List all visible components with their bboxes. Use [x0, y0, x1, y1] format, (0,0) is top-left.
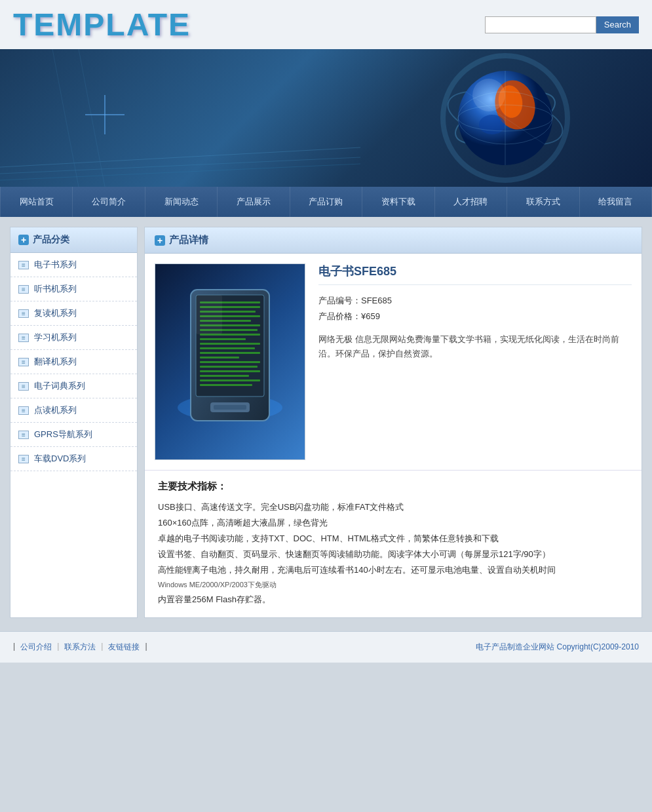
- svg-rect-31: [200, 352, 260, 354]
- content-title-text: 产品详情: [169, 234, 208, 246]
- sidebar-item-dotreader[interactable]: 点读机系列: [10, 398, 137, 423]
- svg-rect-30: [200, 347, 255, 349]
- sidebar-item-learner[interactable]: 学习机系列: [10, 326, 137, 350]
- sidebar-doc-icon-1: [18, 285, 29, 294]
- sidebar-label-5: 电子词典系列: [34, 380, 85, 392]
- svg-rect-28: [200, 338, 246, 340]
- sidebar-item-translator[interactable]: 翻译机系列: [10, 350, 137, 374]
- sidebar-doc-icon-2: [18, 309, 29, 318]
- product-description: 网络无极 信息无限网站免费海量下载文学书籍，实现无纸化阅读，生活在时尚前沿。环保…: [318, 332, 632, 361]
- nav-item-news[interactable]: 新闻动态: [145, 187, 218, 217]
- tech-line-1: 160×160点阵，高清晰超大液晶屏，绿色背光: [158, 515, 628, 531]
- product-price-value: ¥659: [361, 311, 380, 321]
- sidebar-label-6: 点读机系列: [34, 404, 77, 416]
- banner: [0, 49, 652, 187]
- sidebar-title-icon: [18, 235, 29, 245]
- sidebar-item-ebook[interactable]: 电子书系列: [10, 253, 137, 277]
- footer-bracket-open: |: [13, 642, 15, 653]
- svg-rect-32: [200, 357, 239, 358]
- nav-item-about[interactable]: 公司简介: [73, 187, 145, 217]
- sidebar-label-0: 电子书系列: [34, 259, 77, 271]
- tech-line-0: USB接口、高速传送文字。完全USB闪盘功能，标准FAT文件格式: [158, 499, 628, 515]
- tech-specs-content: USB接口、高速传送文字。完全USB闪盘功能，标准FAT文件格式 160×160…: [158, 499, 628, 608]
- sidebar-doc-icon-8: [18, 455, 29, 463]
- svg-rect-34: [200, 366, 258, 368]
- svg-rect-33: [200, 361, 260, 363]
- product-name: 电子书SFE685: [318, 263, 632, 285]
- sidebar-label-4: 翻译机系列: [34, 356, 77, 368]
- header: TEMPLATE Search: [0, 0, 652, 49]
- svg-line-4: [79, 49, 105, 187]
- svg-rect-40: [214, 405, 246, 410]
- sidebar-label-7: GPRS导航系列: [34, 429, 92, 440]
- nav-item-download[interactable]: 资料下载: [362, 187, 434, 217]
- nav-item-order[interactable]: 产品订购: [290, 187, 362, 217]
- sidebar-label-8: 车载DVD系列: [34, 453, 86, 465]
- search-button[interactable]: Search: [596, 16, 639, 33]
- tech-line-5: Windows ME/2000/XP/2003下免驱动: [158, 578, 628, 591]
- footer-sep-0: |: [57, 642, 59, 653]
- main-content: 产品分类 电子书系列 听书机系列 复读机系列 学习机系列 翻译机系列 电子词典系…: [0, 217, 652, 628]
- nav-item-contact[interactable]: 联系方式: [507, 187, 579, 217]
- svg-line-0: [0, 147, 360, 167]
- sidebar-doc-icon-7: [18, 431, 29, 439]
- sidebar-doc-icon-3: [18, 334, 29, 342]
- search-input[interactable]: [485, 16, 596, 33]
- svg-line-1: [0, 157, 360, 174]
- svg-rect-36: [200, 375, 249, 377]
- tech-line-6: 内置容量256M Flash存贮器。: [158, 592, 628, 608]
- svg-rect-38: [200, 384, 252, 386]
- product-code-field: 产品编号：SFE685: [318, 295, 632, 307]
- svg-line-2: [0, 164, 360, 180]
- sidebar-doc-icon-5: [18, 382, 29, 391]
- tech-line-2: 卓越的电子书阅读功能，支持TXT、DOC、HTM、HTML格式文件，简繁体任意转…: [158, 531, 628, 547]
- banner-decoration: [0, 49, 360, 187]
- product-image: [155, 263, 305, 460]
- content-title: 产品详情: [145, 227, 642, 254]
- footer-sep-1: |: [101, 642, 103, 653]
- sidebar-item-edict[interactable]: 电子词典系列: [10, 374, 137, 398]
- sidebar-item-repeater[interactable]: 复读机系列: [10, 301, 137, 326]
- product-price-label: 产品价格：: [318, 311, 361, 321]
- banner-globe-area: [358, 49, 652, 187]
- svg-line-3: [52, 49, 79, 187]
- nav-item-message[interactable]: 给我留言: [580, 187, 652, 217]
- product-detail: 电子书SFE685 产品编号：SFE685 产品价格：¥659 网络无极 信息无…: [145, 254, 642, 471]
- sidebar-doc-icon-4: [18, 358, 29, 366]
- footer-link-contact[interactable]: 联系方法: [64, 642, 96, 653]
- svg-rect-41: [196, 295, 222, 334]
- product-info: 电子书SFE685 产品编号：SFE685 产品价格：¥659 网络无极 信息无…: [318, 263, 632, 460]
- navigation: 网站首页 公司简介 新闻动态 产品展示 产品订购 资料下载 人才招聘 联系方式 …: [0, 187, 652, 217]
- sidebar-label-2: 复读机系列: [34, 307, 77, 319]
- product-price-field: 产品价格：¥659: [318, 311, 632, 322]
- sidebar: 产品分类 电子书系列 听书机系列 复读机系列 学习机系列 翻译机系列 电子词典系…: [10, 227, 138, 618]
- sidebar-title: 产品分类: [10, 227, 137, 253]
- nav-item-products[interactable]: 产品展示: [218, 187, 290, 217]
- sidebar-item-cardoor[interactable]: 车载DVD系列: [10, 447, 137, 471]
- content-title-icon: [155, 235, 165, 246]
- nav-item-recruit[interactable]: 人才招聘: [435, 187, 507, 217]
- svg-rect-37: [200, 379, 260, 381]
- footer-copyright: 电子产品制造企业网站 Copyright(C)2009-2010: [476, 642, 639, 653]
- footer-link-friends[interactable]: 友链链接: [108, 642, 140, 653]
- nav-item-home[interactable]: 网站首页: [0, 187, 73, 217]
- footer-link-about[interactable]: 公司介绍: [20, 642, 52, 653]
- site-logo[interactable]: TEMPLATE: [13, 7, 191, 43]
- footer-links: | 公司介绍 | 联系方法 | 友链链接 |: [13, 642, 147, 653]
- svg-point-16: [472, 79, 505, 111]
- sidebar-doc-icon-6: [18, 406, 29, 415]
- tech-line-4: 高性能锂离子电池，持久耐用，充满电后可连续看书140小时左右。还可显示电池电量、…: [158, 562, 628, 578]
- search-form: Search: [485, 16, 639, 33]
- sidebar-item-gps[interactable]: GPRS导航系列: [10, 423, 137, 447]
- footer-bracket-close: |: [145, 642, 147, 653]
- product-image-svg: [171, 277, 289, 447]
- sidebar-label-1: 听书机系列: [34, 283, 77, 295]
- sidebar-item-audioreader[interactable]: 听书机系列: [10, 277, 137, 301]
- sidebar-label-3: 学习机系列: [34, 332, 77, 343]
- svg-rect-29: [200, 343, 260, 345]
- svg-rect-35: [200, 370, 260, 372]
- tech-line-3: 设置书签、自动翻页、页码显示、快速翻页等阅读辅助功能。阅读字体大小可调（每屏显示…: [158, 547, 628, 562]
- product-code-label: 产品编号：: [318, 296, 361, 305]
- globe-icon: [440, 52, 571, 184]
- sidebar-doc-icon-0: [18, 261, 29, 269]
